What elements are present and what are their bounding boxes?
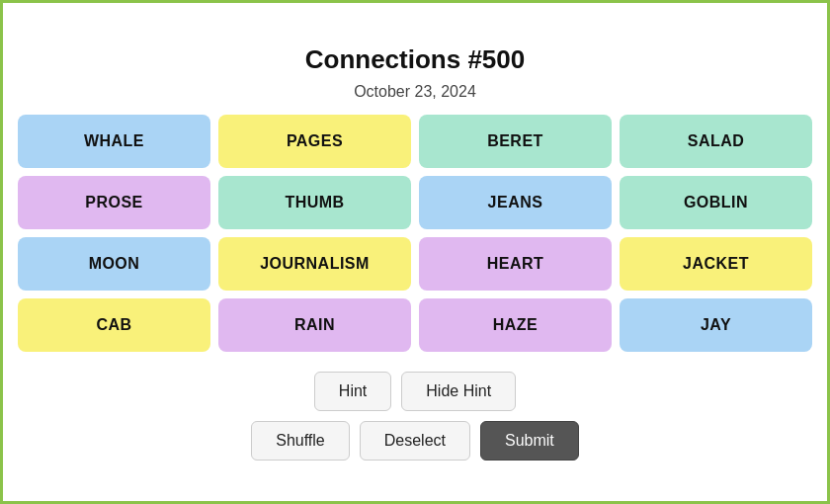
game-title: Connections #500 [305,44,526,75]
word-tile-cab[interactable]: CAB [18,298,210,352]
controls: Hint Hide Hint Shuffle Deselect Submit [251,372,579,461]
main-container: Connections #500 October 23, 2024 WHALEP… [10,44,820,461]
deselect-button[interactable]: Deselect [360,421,470,461]
word-tile-heart[interactable]: HEART [419,237,612,291]
submit-button[interactable]: Submit [480,421,579,461]
game-date: October 23, 2024 [354,83,476,101]
word-tile-jeans[interactable]: JEANS [419,176,612,229]
word-tile-whale[interactable]: WHALE [18,115,210,168]
word-tile-thumb[interactable]: THUMB [218,176,411,229]
word-tile-salad[interactable]: SALAD [620,115,812,168]
hint-row: Hint Hide Hint [314,372,516,411]
hide-hint-button[interactable]: Hide Hint [401,372,516,411]
word-tile-jay[interactable]: JAY [620,298,812,352]
word-tile-prose[interactable]: PROSE [18,176,210,229]
shuffle-button[interactable]: Shuffle [251,421,350,461]
word-tile-moon[interactable]: MOON [18,237,210,291]
word-tile-jacket[interactable]: JACKET [620,237,812,291]
word-tile-rain[interactable]: RAIN [218,298,411,352]
word-grid: WHALEPAGESBERETSALADPROSETHUMBJEANSGOBLI… [18,115,812,352]
word-tile-haze[interactable]: HAZE [419,298,612,352]
word-tile-journalism[interactable]: JOURNALISM [218,237,411,291]
word-tile-pages[interactable]: PAGES [218,115,411,168]
action-row: Shuffle Deselect Submit [251,421,579,461]
word-tile-beret[interactable]: BERET [419,115,612,168]
word-tile-goblin[interactable]: GOBLIN [620,176,812,229]
hint-button[interactable]: Hint [314,372,391,411]
